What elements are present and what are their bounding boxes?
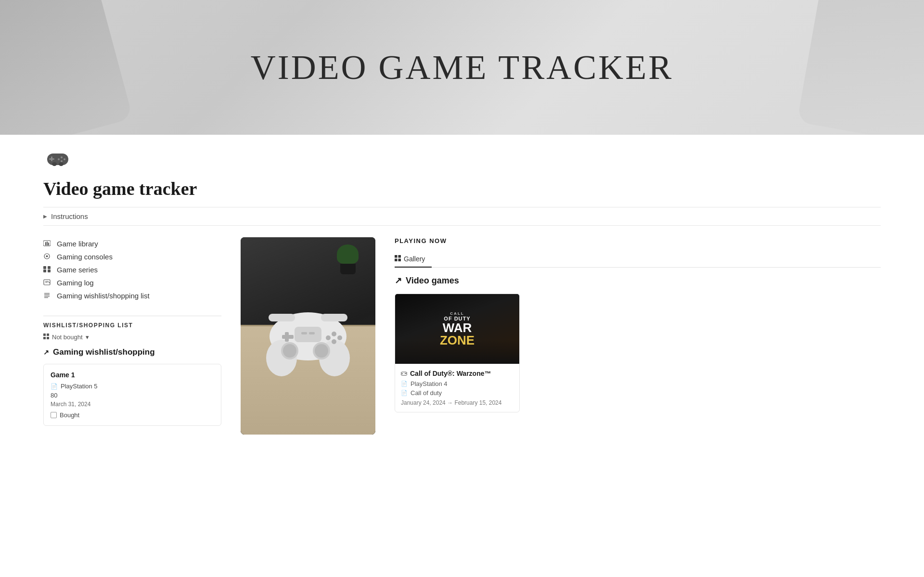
svg-rect-30 <box>47 337 49 339</box>
card-console-row: 📄 PlayStation 4 <box>401 380 513 387</box>
svg-point-58 <box>406 373 407 374</box>
game-card-price: 80 <box>51 392 214 399</box>
nav-item-label: Gaming consoles <box>57 253 113 261</box>
arrow-up-right-icon: ↗ <box>43 348 49 356</box>
svg-rect-48 <box>269 314 295 321</box>
svg-point-14 <box>46 255 48 257</box>
db-link-label: Video games <box>406 276 459 286</box>
svg-rect-15 <box>43 266 46 269</box>
svg-rect-50 <box>395 255 398 258</box>
gallery-tab-label: Gallery <box>404 255 425 263</box>
card-series-row: 📄 Call of duty <box>401 389 513 397</box>
gallery-grid: CALL OF DUTY WAR ZONE Call of Duty®: <box>395 294 881 412</box>
sidebar-item-gaming-consoles[interactable]: Gaming consoles <box>43 250 221 263</box>
card-game-icon <box>401 370 407 377</box>
sidebar-item-game-series[interactable]: Game series <box>43 263 221 276</box>
svg-rect-56 <box>401 373 403 374</box>
gallery-card-img: CALL OF DUTY WAR ZONE <box>395 294 519 364</box>
svg-point-45 <box>337 335 342 340</box>
nav-divider <box>43 316 221 316</box>
svg-point-5 <box>61 160 63 162</box>
tab-gallery[interactable]: Gallery <box>395 251 432 268</box>
cod-zone: ZONE <box>440 334 475 346</box>
svg-rect-27 <box>43 333 46 336</box>
gallery-tab-icon <box>395 255 401 263</box>
nav-item-label: Gaming wishlist/shopping list <box>57 292 150 300</box>
game-card-bought-row[interactable]: Bought <box>51 411 214 419</box>
wishlist-db-link[interactable]: ↗ Gaming wishlist/shopping <box>43 347 221 357</box>
svg-point-43 <box>332 332 336 336</box>
two-col-layout: Game library Gaming consoles Game series <box>43 237 881 435</box>
page-icon-area <box>0 135 924 173</box>
gallery-card-name: Call of Duty®: Warzone™ <box>401 370 513 377</box>
svg-point-7 <box>52 162 57 166</box>
card-console: PlayStation 4 <box>411 380 448 387</box>
svg-rect-53 <box>398 259 401 262</box>
game-card-title: Game 1 <box>51 371 214 379</box>
sidebar-item-gaming-log[interactable]: Gaming log <box>43 276 221 289</box>
nav-item-label: Game library <box>57 240 98 248</box>
svg-rect-28 <box>47 333 49 336</box>
game-card-console-row: 📄 PlayStation 5 <box>51 383 214 390</box>
filter-label: Not bought <box>52 333 83 341</box>
cod-call: CALL <box>440 311 475 316</box>
chevron-right-icon: ▶ <box>43 214 47 219</box>
svg-rect-47 <box>309 332 315 334</box>
card-doc-icon-1: 📄 <box>401 381 408 387</box>
card-series: Call of duty <box>411 389 442 397</box>
svg-rect-46 <box>301 332 307 334</box>
svg-point-4 <box>64 158 65 160</box>
wishlist-section-title: WISHLIST/SHOPPING LIST <box>43 322 221 329</box>
gallery-card[interactable]: CALL OF DUTY WAR ZONE Call of Duty®: <box>395 294 520 412</box>
wishlist-link-label: Gaming wishlist/shopping <box>53 347 155 357</box>
svg-rect-17 <box>43 269 46 272</box>
playing-now-title: PLAYING NOW <box>395 237 881 244</box>
wishlist-section: WISHLIST/SHOPPING LIST Not bought ▾ ↗ Ga… <box>43 322 221 426</box>
plant-pot <box>340 264 356 274</box>
bought-checkbox[interactable] <box>51 412 57 418</box>
instructions-toggle[interactable]: ▶ Instructions <box>43 207 881 226</box>
right-column: PLAYING NOW Gallery ↗ Video games <box>395 237 881 412</box>
svg-rect-29 <box>43 337 46 339</box>
game-library-icon <box>43 240 52 248</box>
hero-title: VIDEO GAME TRACKER <box>251 48 674 88</box>
svg-point-3 <box>61 156 63 158</box>
filter-grid-icon <box>43 333 49 341</box>
svg-rect-52 <box>395 259 398 262</box>
doc-icon: 📄 <box>51 383 58 390</box>
svg-rect-51 <box>398 255 401 258</box>
filter-row[interactable]: Not bought ▾ <box>43 333 221 341</box>
controller-shape <box>255 300 361 379</box>
instructions-label: Instructions <box>51 212 88 220</box>
bought-label: Bought <box>60 411 79 419</box>
db-link[interactable]: ↗ Video games <box>395 275 881 286</box>
nav-item-label: Gaming log <box>57 279 94 287</box>
svg-point-8 <box>59 162 64 166</box>
plant <box>337 244 359 274</box>
game-card-date: March 31, 2024 <box>51 401 214 408</box>
main-content: Video game tracker ▶ Instructions Game l… <box>0 173 924 454</box>
gaming-log-icon <box>43 279 52 287</box>
svg-rect-2 <box>49 158 54 160</box>
nav-item-label: Game series <box>57 266 98 274</box>
sidebar-item-game-library[interactable]: Game library <box>43 237 221 250</box>
game-series-icon <box>43 266 52 274</box>
game-card-console: PlayStation 5 <box>61 383 98 390</box>
nav-links: Game library Gaming consoles Game series <box>43 237 221 302</box>
gaming-consoles-icon <box>43 253 52 261</box>
svg-rect-11 <box>47 242 48 245</box>
svg-rect-35 <box>295 327 321 342</box>
view-tabs: Gallery <box>395 251 881 268</box>
card-game-title: Call of Duty®: Warzone™ <box>410 370 491 377</box>
cod-title-text: CALL OF DUTY WAR ZONE <box>440 311 475 346</box>
hero-banner: VIDEO GAME TRACKER <box>0 0 924 135</box>
plant-leaves <box>337 244 359 264</box>
sidebar-item-wishlist[interactable]: Gaming wishlist/shopping list <box>43 289 221 302</box>
svg-point-57 <box>405 373 406 374</box>
filter-chevron-icon: ▾ <box>86 333 89 341</box>
ps-controller-image <box>241 237 375 435</box>
svg-rect-18 <box>48 269 51 272</box>
svg-rect-41 <box>285 332 289 342</box>
page-title: Video game tracker <box>43 178 881 199</box>
svg-point-6 <box>58 158 60 160</box>
